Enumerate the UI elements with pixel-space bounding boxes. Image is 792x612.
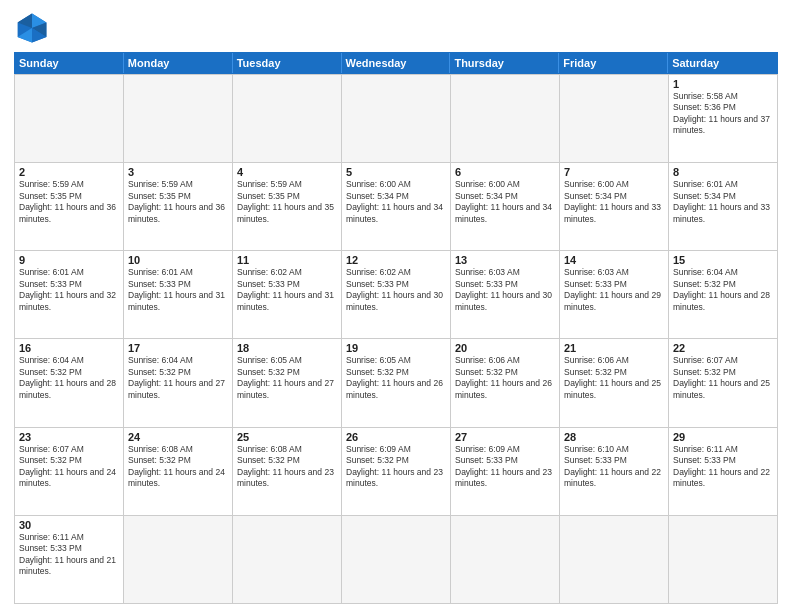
day-cell-16: 16Sunrise: 6:04 AMSunset: 5:32 PMDayligh…: [15, 338, 124, 426]
day-cell-30: 30Sunrise: 6:11 AMSunset: 5:33 PMDayligh…: [15, 515, 124, 603]
day-cell-empty-40: [560, 515, 669, 603]
day-cell-18: 18Sunrise: 6:05 AMSunset: 5:32 PMDayligh…: [233, 338, 342, 426]
day-cell-1: 1Sunrise: 5:58 AMSunset: 5:36 PMDaylight…: [669, 74, 778, 162]
day-cell-empty-1: [124, 74, 233, 162]
weekday-header-sunday: Sunday: [15, 53, 124, 73]
weekday-header-monday: Monday: [124, 53, 233, 73]
day-info: Sunrise: 6:10 AMSunset: 5:33 PMDaylight:…: [564, 444, 664, 490]
day-number: 20: [455, 342, 555, 354]
day-cell-7: 7Sunrise: 6:00 AMSunset: 5:34 PMDaylight…: [560, 162, 669, 250]
day-number: 25: [237, 431, 337, 443]
day-cell-8: 8Sunrise: 6:01 AMSunset: 5:34 PMDaylight…: [669, 162, 778, 250]
weekday-header-saturday: Saturday: [668, 53, 777, 73]
day-info: Sunrise: 6:03 AMSunset: 5:33 PMDaylight:…: [564, 267, 664, 313]
day-cell-21: 21Sunrise: 6:06 AMSunset: 5:32 PMDayligh…: [560, 338, 669, 426]
day-info: Sunrise: 6:08 AMSunset: 5:32 PMDaylight:…: [237, 444, 337, 490]
day-cell-22: 22Sunrise: 6:07 AMSunset: 5:32 PMDayligh…: [669, 338, 778, 426]
day-cell-empty-0: [15, 74, 124, 162]
day-number: 28: [564, 431, 664, 443]
day-cell-23: 23Sunrise: 6:07 AMSunset: 5:32 PMDayligh…: [15, 427, 124, 515]
day-info: Sunrise: 6:02 AMSunset: 5:33 PMDaylight:…: [346, 267, 446, 313]
day-info: Sunrise: 6:08 AMSunset: 5:32 PMDaylight:…: [128, 444, 228, 490]
day-cell-empty-39: [451, 515, 560, 603]
day-info: Sunrise: 6:06 AMSunset: 5:32 PMDaylight:…: [455, 355, 555, 401]
day-cell-17: 17Sunrise: 6:04 AMSunset: 5:32 PMDayligh…: [124, 338, 233, 426]
day-info: Sunrise: 6:03 AMSunset: 5:33 PMDaylight:…: [455, 267, 555, 313]
day-number: 6: [455, 166, 555, 178]
day-info: Sunrise: 5:59 AMSunset: 5:35 PMDaylight:…: [19, 179, 119, 225]
day-info: Sunrise: 5:58 AMSunset: 5:36 PMDaylight:…: [673, 91, 773, 137]
day-number: 26: [346, 431, 446, 443]
day-number: 8: [673, 166, 773, 178]
day-cell-empty-2: [233, 74, 342, 162]
day-cell-empty-3: [342, 74, 451, 162]
day-info: Sunrise: 6:00 AMSunset: 5:34 PMDaylight:…: [455, 179, 555, 225]
day-number: 13: [455, 254, 555, 266]
day-cell-24: 24Sunrise: 6:08 AMSunset: 5:32 PMDayligh…: [124, 427, 233, 515]
day-number: 4: [237, 166, 337, 178]
day-info: Sunrise: 6:05 AMSunset: 5:32 PMDaylight:…: [237, 355, 337, 401]
day-cell-empty-38: [342, 515, 451, 603]
day-number: 24: [128, 431, 228, 443]
day-info: Sunrise: 6:04 AMSunset: 5:32 PMDaylight:…: [128, 355, 228, 401]
day-number: 30: [19, 519, 119, 531]
day-cell-19: 19Sunrise: 6:05 AMSunset: 5:32 PMDayligh…: [342, 338, 451, 426]
day-cell-empty-37: [233, 515, 342, 603]
day-number: 3: [128, 166, 228, 178]
day-number: 27: [455, 431, 555, 443]
calendar: SundayMondayTuesdayWednesdayThursdayFrid…: [14, 52, 778, 604]
day-number: 11: [237, 254, 337, 266]
day-cell-28: 28Sunrise: 6:10 AMSunset: 5:33 PMDayligh…: [560, 427, 669, 515]
day-number: 10: [128, 254, 228, 266]
day-number: 29: [673, 431, 773, 443]
day-cell-4: 4Sunrise: 5:59 AMSunset: 5:35 PMDaylight…: [233, 162, 342, 250]
day-cell-empty-4: [451, 74, 560, 162]
day-number: 1: [673, 78, 773, 90]
day-number: 23: [19, 431, 119, 443]
day-cell-2: 2Sunrise: 5:59 AMSunset: 5:35 PMDaylight…: [15, 162, 124, 250]
day-number: 18: [237, 342, 337, 354]
day-cell-13: 13Sunrise: 6:03 AMSunset: 5:33 PMDayligh…: [451, 250, 560, 338]
day-cell-26: 26Sunrise: 6:09 AMSunset: 5:32 PMDayligh…: [342, 427, 451, 515]
day-info: Sunrise: 6:07 AMSunset: 5:32 PMDaylight:…: [19, 444, 119, 490]
day-cell-29: 29Sunrise: 6:11 AMSunset: 5:33 PMDayligh…: [669, 427, 778, 515]
day-info: Sunrise: 5:59 AMSunset: 5:35 PMDaylight:…: [128, 179, 228, 225]
day-number: 9: [19, 254, 119, 266]
day-info: Sunrise: 6:01 AMSunset: 5:34 PMDaylight:…: [673, 179, 773, 225]
day-cell-27: 27Sunrise: 6:09 AMSunset: 5:33 PMDayligh…: [451, 427, 560, 515]
day-info: Sunrise: 6:04 AMSunset: 5:32 PMDaylight:…: [673, 267, 773, 313]
day-info: Sunrise: 5:59 AMSunset: 5:35 PMDaylight:…: [237, 179, 337, 225]
day-cell-14: 14Sunrise: 6:03 AMSunset: 5:33 PMDayligh…: [560, 250, 669, 338]
day-info: Sunrise: 6:07 AMSunset: 5:32 PMDaylight:…: [673, 355, 773, 401]
calendar-body: 1Sunrise: 5:58 AMSunset: 5:36 PMDaylight…: [14, 74, 778, 604]
day-info: Sunrise: 6:05 AMSunset: 5:32 PMDaylight:…: [346, 355, 446, 401]
day-number: 5: [346, 166, 446, 178]
day-number: 2: [19, 166, 119, 178]
day-cell-5: 5Sunrise: 6:00 AMSunset: 5:34 PMDaylight…: [342, 162, 451, 250]
day-number: 17: [128, 342, 228, 354]
day-number: 21: [564, 342, 664, 354]
weekday-header-wednesday: Wednesday: [342, 53, 451, 73]
logo-icon: [14, 10, 50, 46]
day-cell-empty-41: [669, 515, 778, 603]
day-info: Sunrise: 6:02 AMSunset: 5:33 PMDaylight:…: [237, 267, 337, 313]
day-info: Sunrise: 6:06 AMSunset: 5:32 PMDaylight:…: [564, 355, 664, 401]
day-cell-20: 20Sunrise: 6:06 AMSunset: 5:32 PMDayligh…: [451, 338, 560, 426]
day-info: Sunrise: 6:01 AMSunset: 5:33 PMDaylight:…: [128, 267, 228, 313]
weekday-header-thursday: Thursday: [450, 53, 559, 73]
day-number: 22: [673, 342, 773, 354]
page: SundayMondayTuesdayWednesdayThursdayFrid…: [0, 0, 792, 612]
day-number: 14: [564, 254, 664, 266]
day-cell-empty-5: [560, 74, 669, 162]
day-info: Sunrise: 6:00 AMSunset: 5:34 PMDaylight:…: [346, 179, 446, 225]
day-cell-10: 10Sunrise: 6:01 AMSunset: 5:33 PMDayligh…: [124, 250, 233, 338]
day-number: 7: [564, 166, 664, 178]
day-number: 12: [346, 254, 446, 266]
day-cell-12: 12Sunrise: 6:02 AMSunset: 5:33 PMDayligh…: [342, 250, 451, 338]
day-cell-25: 25Sunrise: 6:08 AMSunset: 5:32 PMDayligh…: [233, 427, 342, 515]
header: [14, 10, 778, 46]
day-info: Sunrise: 6:11 AMSunset: 5:33 PMDaylight:…: [19, 532, 119, 578]
day-info: Sunrise: 6:09 AMSunset: 5:33 PMDaylight:…: [455, 444, 555, 490]
day-cell-11: 11Sunrise: 6:02 AMSunset: 5:33 PMDayligh…: [233, 250, 342, 338]
weekday-header-friday: Friday: [559, 53, 668, 73]
